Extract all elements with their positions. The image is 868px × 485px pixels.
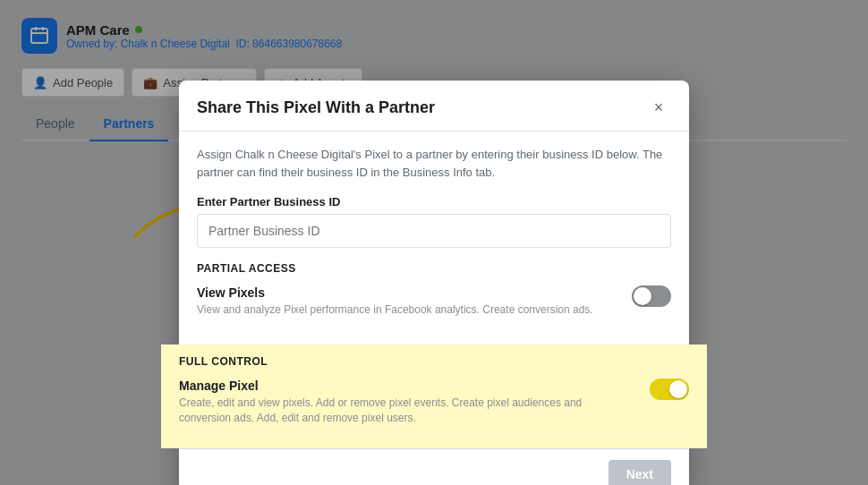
partner-id-label: Enter Partner Business ID bbox=[197, 195, 671, 208]
partner-id-input[interactable] bbox=[197, 214, 671, 248]
toggle-knob-on bbox=[669, 380, 687, 398]
partial-access-label: Partial Access bbox=[197, 262, 671, 275]
view-pixels-name: View Pixels bbox=[197, 285, 617, 300]
close-button[interactable]: × bbox=[646, 95, 671, 120]
manage-pixel-name: Manage Pixel bbox=[179, 379, 635, 393]
view-pixels-toggle[interactable] bbox=[632, 285, 671, 307]
view-pixels-desc: View and analyze Pixel performance in Fa… bbox=[197, 302, 617, 318]
modal-footer: Next bbox=[179, 448, 689, 485]
modal-body: Assign Chalk n Cheese Digital's Pixel to… bbox=[179, 132, 689, 345]
view-pixels-item: View Pixels View and analyze Pixel perfo… bbox=[197, 285, 671, 318]
modal-description: Assign Chalk n Cheese Digital's Pixel to… bbox=[197, 146, 671, 181]
share-pixel-modal: Share This Pixel With a Partner × Assign… bbox=[179, 81, 689, 485]
toggle-knob bbox=[634, 287, 651, 305]
view-pixels-text: View Pixels View and analyze Pixel perfo… bbox=[197, 285, 617, 318]
modal-header: Share This Pixel With a Partner × bbox=[179, 81, 689, 132]
manage-pixel-text: Manage Pixel Create, edit and view pixel… bbox=[179, 379, 635, 426]
full-control-label: Full Control bbox=[179, 355, 689, 368]
partial-access-section: Partial Access View Pixels View and anal… bbox=[197, 262, 671, 318]
view-pixels-toggle-wrapper bbox=[632, 285, 671, 307]
manage-pixel-item: Manage Pixel Create, edit and view pixel… bbox=[179, 379, 689, 426]
manage-pixel-desc: Create, edit and view pixels. Add or rem… bbox=[179, 396, 635, 426]
modal-title: Share This Pixel With a Partner bbox=[197, 98, 435, 117]
full-control-section: Full Control Manage Pixel Create, edit a… bbox=[161, 345, 707, 449]
manage-pixel-toggle-wrapper bbox=[650, 379, 689, 400]
manage-pixel-toggle[interactable] bbox=[650, 379, 689, 400]
next-button[interactable]: Next bbox=[608, 460, 671, 485]
